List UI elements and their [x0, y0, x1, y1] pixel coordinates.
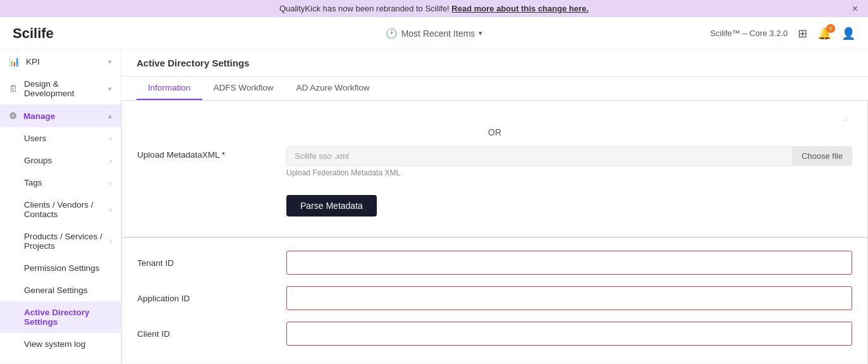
- tenant-id-row: Tenant ID: [137, 251, 852, 275]
- chevron-down-icon: ▾: [479, 29, 482, 37]
- main-layout: 📊 KPI ▾ 🗓 Design & Development ▾ ⚙ Manag…: [0, 50, 868, 363]
- resize-handle: ⌟: [137, 113, 852, 122]
- sidebar-item-groups[interactable]: Groups ›: [0, 149, 121, 172]
- user-profile-button[interactable]: 👤: [841, 27, 855, 41]
- sidebar-item-active-directory[interactable]: Active Directory Settings: [0, 301, 121, 333]
- file-input-placeholder: Scilife sso .xml: [287, 147, 792, 165]
- version-text: Scilife™ – Core 3.2.0: [710, 28, 788, 38]
- logo: Scilife: [13, 25, 54, 42]
- upload-control: Scilife sso .xml Choose file Upload Fede…: [286, 146, 852, 177]
- manage-icon: ⚙: [9, 111, 17, 121]
- application-id-row: Application ID: [137, 286, 852, 310]
- sidebar-item-view-syslog[interactable]: View system log: [0, 333, 121, 355]
- tabs: Information ADFS Workflow AD Azure Workf…: [121, 77, 868, 101]
- most-recent-items-button[interactable]: 🕐 Most Recent Items ▾: [386, 28, 483, 39]
- announcement-link[interactable]: Read more about this change here.: [451, 4, 589, 13]
- sidebar-item-tags[interactable]: Tags ›: [0, 172, 121, 194]
- choose-file-button[interactable]: Choose file: [792, 147, 852, 165]
- chevron-right-icon: ›: [109, 206, 112, 213]
- sidebar: 📊 KPI ▾ 🗓 Design & Development ▾ ⚙ Manag…: [0, 50, 121, 363]
- page-title: Active Directory Settings: [137, 58, 249, 68]
- sidebar-item-manage[interactable]: ⚙ Manage ▴: [0, 104, 121, 127]
- announcement-text: QualityKick has now been rebranded to Sc…: [279, 4, 449, 13]
- kpi-icon: 📊: [9, 56, 20, 66]
- chevron-right-icon: ›: [109, 157, 112, 165]
- sidebar-item-users[interactable]: Users ›: [0, 127, 121, 149]
- chevron-down-icon: ▾: [108, 85, 112, 93]
- content-area: Active Directory Settings Information AD…: [121, 50, 868, 363]
- form-section: ⌟ OR Upload MetadataXML * Scilife sso .x…: [121, 101, 868, 237]
- tab-adfs-workflow[interactable]: ADFS Workflow: [202, 77, 285, 100]
- sidebar-item-design-dev[interactable]: 🗓 Design & Development ▾: [0, 73, 121, 104]
- chevron-down-icon: ▾: [108, 58, 112, 66]
- windows-icon-button[interactable]: ⊞: [798, 27, 807, 41]
- top-bar: Scilife 🕐 Most Recent Items ▾ Scilife™ –…: [0, 17, 868, 50]
- chevron-right-icon: ›: [109, 237, 112, 245]
- chevron-right-icon: ›: [109, 179, 112, 187]
- tab-azure-workflow[interactable]: AD Azure Workflow: [285, 77, 381, 100]
- clock-icon: 🕐: [386, 28, 398, 39]
- sidebar-item-permissions[interactable]: Permission Settings: [0, 257, 121, 279]
- chevron-up-icon: ▴: [108, 112, 112, 120]
- upload-label: Upload MetadataXML *: [137, 146, 276, 160]
- chevron-right-icon: ›: [109, 135, 112, 142]
- or-divider: OR: [137, 122, 852, 146]
- close-announcement-button[interactable]: ×: [852, 3, 858, 15]
- tab-information[interactable]: Information: [137, 77, 202, 100]
- sidebar-item-general[interactable]: General Settings: [0, 279, 121, 301]
- client-id-input[interactable]: [286, 322, 852, 346]
- top-right-actions: Scilife™ – Core 3.2.0 ⊞ 🔔 0 👤: [710, 27, 855, 41]
- user-icon: 👤: [841, 27, 855, 41]
- parse-metadata-button[interactable]: Parse Metadata: [286, 195, 377, 217]
- sidebar-item-products[interactable]: Products / Services / Projects ›: [0, 225, 121, 257]
- fields-section: Tenant ID Application ID Client ID: [121, 237, 868, 363]
- windows-icon: ⊞: [798, 27, 807, 41]
- notifications-button[interactable]: 🔔 0: [817, 27, 831, 41]
- sidebar-item-kpi[interactable]: 📊 KPI ▾: [0, 50, 121, 73]
- most-recent-label: Most Recent Items: [401, 28, 475, 39]
- upload-metadata-row: Upload MetadataXML * Scilife sso .xml Ch…: [137, 146, 852, 177]
- client-id-row: Client ID: [137, 322, 852, 346]
- client-id-label: Client ID: [137, 329, 276, 339]
- application-id-label: Application ID: [137, 294, 276, 303]
- file-input-row: Scilife sso .xml Choose file: [286, 146, 852, 166]
- announcement-bar: QualityKick has now been rebranded to Sc…: [0, 0, 868, 17]
- application-id-input[interactable]: [286, 286, 852, 310]
- calendar-icon: 🗓: [9, 84, 18, 94]
- tenant-id-input[interactable]: [286, 251, 852, 275]
- page-header: Active Directory Settings: [121, 50, 868, 77]
- tenant-id-label: Tenant ID: [137, 258, 276, 268]
- upload-hint: Upload Federation Metadata XML: [286, 168, 852, 177]
- notification-badge: 0: [826, 24, 835, 33]
- sidebar-item-clients[interactable]: Clients / Vendors / Contacts ›: [0, 194, 121, 225]
